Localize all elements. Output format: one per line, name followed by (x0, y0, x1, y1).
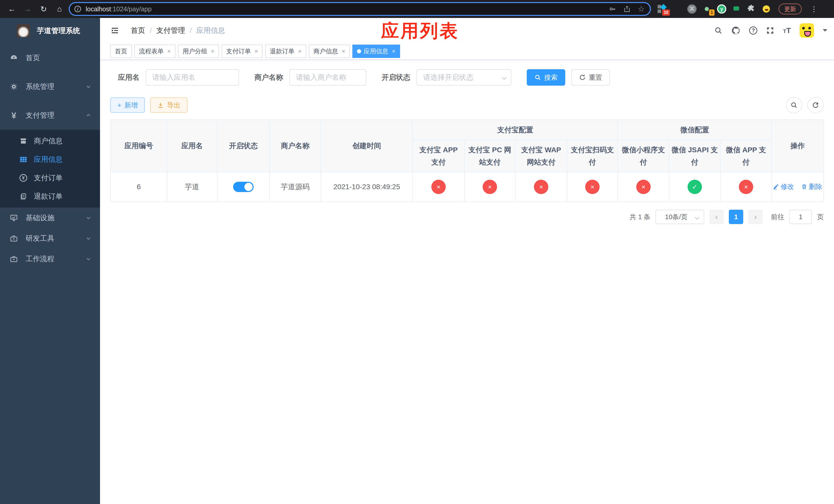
edit-button[interactable]: 修改 (773, 182, 794, 191)
goto-label: 前往 (771, 212, 784, 222)
tab-merchant-info[interactable]: 商户信息× (309, 45, 350, 58)
sidebar-item-infrastructure[interactable]: 基础设施 (0, 208, 100, 228)
col-alipay-qr: 支付宝扫码支付 (567, 140, 618, 172)
sidebar-item-merchant-info[interactable]: 商户信息 (0, 132, 100, 150)
close-icon[interactable]: × (298, 48, 302, 55)
user-menu-caret-icon[interactable] (823, 29, 827, 34)
col-created: 创建时间 (321, 120, 413, 172)
sidebar-collapse-icon[interactable] (110, 26, 119, 35)
extension-chat-icon[interactable] (732, 4, 741, 14)
browser-reload-icon[interactable]: ↻ (37, 2, 50, 16)
export-button[interactable]: 导出 (150, 97, 188, 113)
close-icon[interactable]: × (167, 48, 171, 55)
sidebar-item-payment[interactable]: ¥ 支付管理 (0, 101, 100, 130)
close-icon[interactable]: × (211, 48, 214, 55)
page-size-select[interactable]: 10条/页 (656, 210, 704, 224)
close-icon[interactable]: × (342, 48, 345, 55)
pagination: 共 1 条 10条/页 ‹ 1 › 前往 页 (110, 210, 824, 224)
enable-switch[interactable] (233, 182, 254, 192)
tab-process-form[interactable]: 流程表单× (134, 45, 175, 58)
app-name-label: 应用名 (118, 72, 139, 82)
goto-page-input[interactable] (789, 210, 812, 224)
chevron-up-icon (86, 113, 91, 118)
close-icon[interactable]: × (392, 48, 395, 55)
sidebar-item-pay-orders[interactable]: ¥ 支付订单 (0, 169, 100, 187)
page-content: 应用名 商户名称 开启状态 搜索 重置 +新增 导出 (100, 60, 834, 504)
chrome-update-button[interactable]: 更新 (778, 4, 802, 14)
grid-table-icon (20, 156, 27, 163)
yen-icon: ¥ (10, 111, 18, 119)
merchant-name-input[interactable] (289, 69, 366, 86)
bookmark-star-icon[interactable]: ☆ (638, 5, 645, 13)
refresh-button[interactable] (807, 97, 824, 113)
sidebar-item-dev-tools[interactable]: 研发工具 (0, 228, 100, 249)
sidebar-logo-row[interactable]: 芋道管理系统 (0, 18, 100, 44)
filter-form: 应用名 商户名称 开启状态 搜索 重置 (118, 69, 824, 86)
extensions-row: 10 ⌘ 1 y 更新 ⋮ (658, 4, 818, 14)
page-number-current[interactable]: 1 (729, 210, 743, 224)
extension-gem-icon[interactable] (673, 4, 682, 14)
sidebar-item-app-info[interactable]: 应用信息 (0, 150, 100, 169)
tab-app-info[interactable]: 应用信息× (352, 45, 400, 58)
user-avatar[interactable] (799, 23, 814, 38)
github-icon[interactable] (731, 26, 740, 35)
browser-home-icon[interactable]: ⌂ (53, 2, 66, 16)
sidebar-item-label: 基础设施 (26, 213, 54, 223)
status-select[interactable] (416, 69, 511, 86)
tab-home[interactable]: 首页 (110, 45, 132, 58)
browser-menu-icon[interactable]: ⋮ (810, 5, 818, 13)
extension-badge: 10 (662, 9, 670, 16)
reset-button[interactable]: 重置 (571, 69, 610, 86)
breadcrumb-payment[interactable]: 支付管理 (156, 26, 185, 36)
cell-app-name: 芋道 (167, 172, 217, 202)
extension-scripts-icon[interactable]: 10 (658, 4, 667, 14)
close-icon[interactable]: × (255, 48, 258, 55)
breadcrumb-home[interactable]: 首页 (131, 26, 145, 36)
share-icon[interactable] (623, 5, 631, 13)
sidebar-item-system[interactable]: 系统管理 (0, 72, 100, 101)
browser-forward-icon[interactable]: → (21, 2, 35, 16)
extension-y-icon[interactable]: y (717, 4, 726, 14)
group-alipay-config: 支付宝配置 (413, 120, 618, 140)
sidebar-item-label: 商户信息 (34, 136, 63, 146)
sidebar-item-label: 研发工具 (26, 233, 54, 243)
font-size-icon[interactable]: TT (783, 26, 791, 35)
sidebar-item-refund-orders[interactable]: 退款订单 (0, 187, 100, 206)
search-icon[interactable] (714, 26, 722, 35)
extension-recorder-icon[interactable]: 1 (702, 4, 711, 14)
monitor-icon (10, 214, 18, 222)
site-info-icon[interactable]: i (74, 6, 81, 12)
tab-pay-orders[interactable]: 支付订单× (222, 45, 263, 58)
sidebar: 芋道管理系统 首页 系统管理 ¥ 支付管理 商户信息 (0, 18, 100, 504)
search-button[interactable]: 搜索 (527, 69, 565, 86)
sidebar-item-home[interactable]: 首页 (0, 44, 100, 72)
briefcase-icon (10, 255, 18, 263)
app-title: 芋道管理系统 (37, 26, 80, 36)
fullscreen-icon[interactable] (766, 26, 774, 35)
status-badge: × (739, 180, 753, 194)
address-bar[interactable]: i localhost:1024/pay/app ☆ (69, 2, 651, 16)
table-toolbar: +新增 导出 (110, 97, 824, 113)
col-alipay-wap: 支付宝 WAP 网站支付 (515, 140, 567, 172)
extensions-puzzle-icon[interactable] (747, 4, 756, 14)
app-name-input[interactable] (146, 69, 239, 86)
next-page-button[interactable]: › (748, 210, 763, 224)
cell-created: 2021-10-23 08:49:25 (321, 172, 413, 202)
sidebar-item-label: 工作流程 (26, 254, 54, 264)
show-search-button[interactable] (786, 97, 802, 113)
add-button[interactable]: +新增 (110, 97, 145, 113)
help-icon[interactable]: ? (749, 26, 757, 35)
browser-back-icon[interactable]: ← (5, 2, 19, 16)
sidebar-item-workflow[interactable]: 工作流程 (0, 249, 100, 269)
prev-page-button[interactable]: ‹ (709, 210, 724, 224)
browser-profile-avatar[interactable] (762, 4, 771, 14)
col-status: 开启状态 (217, 120, 269, 172)
extension-command-icon[interactable]: ⌘ (687, 4, 697, 14)
password-key-icon[interactable] (609, 5, 616, 13)
page-annotation: 应用列表 (381, 19, 459, 43)
delete-button[interactable]: 删除 (801, 182, 822, 191)
tab-user-group[interactable]: 用户分组× (178, 45, 219, 58)
shop-icon (20, 137, 27, 145)
chevron-down-icon (86, 256, 91, 262)
tab-refund-orders[interactable]: 退款订单× (265, 45, 306, 58)
